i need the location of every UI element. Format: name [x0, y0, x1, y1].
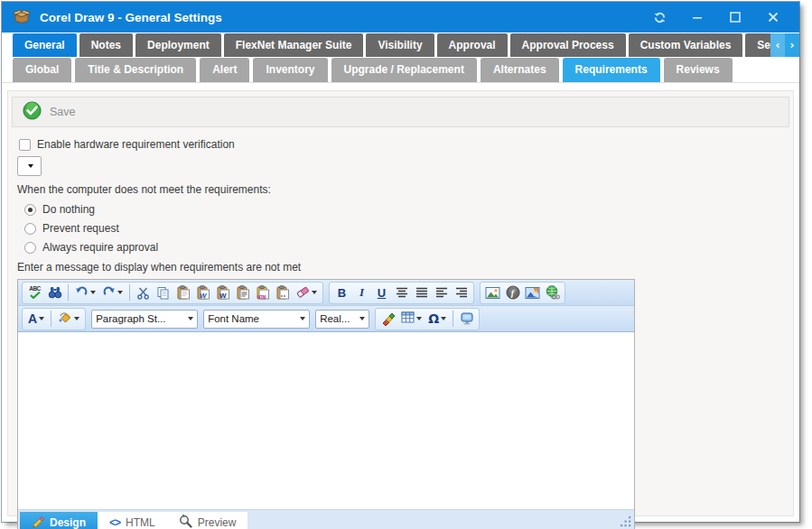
html-code-icon: <> — [109, 516, 120, 529]
tab-title-description[interactable]: Title & Description — [75, 58, 196, 82]
chevron-down-icon — [74, 317, 79, 320]
chevron-down-icon — [359, 317, 365, 320]
paste-icon[interactable] — [173, 283, 192, 302]
tab-html[interactable]: <> HTML — [98, 512, 167, 529]
requirements-panel: Save Enable hardware requirement verific… — [7, 90, 794, 516]
redo-icon — [102, 284, 116, 301]
tab-inventory[interactable]: Inventory — [253, 58, 327, 82]
insert-symbol-icon: Ω — [428, 311, 439, 326]
radio-do-nothing[interactable]: Do nothing — [24, 203, 789, 216]
redo-button[interactable] — [99, 283, 126, 302]
hardware-verification-checkbox[interactable] — [19, 139, 31, 151]
radio-prevent-request[interactable]: Prevent request — [24, 222, 789, 235]
separator — [129, 284, 130, 301]
editor-content-area[interactable] — [18, 332, 634, 510]
close-icon[interactable] — [765, 9, 781, 25]
undo-button[interactable] — [72, 283, 98, 302]
insert-media-icon[interactable] — [457, 310, 476, 329]
tab-approval-process[interactable]: Approval Process — [510, 33, 626, 57]
radio-button-icon — [24, 204, 36, 216]
save-label: Save — [50, 106, 76, 118]
hardware-verification-label: Enable hardware requirement verification — [37, 138, 235, 151]
tab-reviews[interactable]: Reviews — [664, 58, 733, 82]
requirements-question-label: When the computer does not meet the requ… — [17, 183, 789, 196]
tab-alternates[interactable]: Alternates — [481, 58, 559, 82]
hyperlink-icon[interactable] — [543, 283, 562, 302]
cut-icon[interactable] — [134, 283, 153, 302]
chevron-down-icon — [28, 164, 33, 168]
resize-grip[interactable] — [620, 515, 631, 529]
font-name-select[interactable]: Font Name — [203, 310, 310, 329]
rich-text-editor: ABC — [17, 279, 635, 529]
paste-html-icon[interactable]: HTM — [253, 283, 272, 302]
tab-deployment[interactable]: Deployment — [135, 33, 221, 57]
tab-design[interactable]: Design — [20, 512, 98, 529]
italic-icon[interactable]: I — [352, 283, 371, 302]
tab-scroll-right-icon[interactable]: › — [785, 33, 799, 57]
insert-image-icon[interactable] — [483, 283, 502, 302]
tab-flexnet-manager-suite[interactable]: FlexNet Manager Suite — [224, 33, 364, 57]
paste-special-icon[interactable] — [273, 283, 292, 302]
paragraph-style-select[interactable]: Paragraph St... — [91, 310, 198, 329]
message-instruction-label: Enter a message to display when requirem… — [17, 261, 789, 274]
tab-scroll-left-icon[interactable]: ‹ — [770, 33, 785, 57]
insert-table-icon — [401, 311, 415, 326]
insert-snippet-icon[interactable] — [378, 310, 397, 329]
tab-alert[interactable]: Alert — [200, 58, 249, 82]
copy-icon[interactable] — [154, 283, 173, 302]
format-eraser-button[interactable] — [293, 283, 320, 302]
image-manager-icon[interactable] — [523, 283, 542, 302]
bold-icon[interactable]: B — [332, 283, 351, 302]
paste-from-word-clean-icon[interactable]: W — [213, 283, 232, 302]
radio-prevent-request-label: Prevent request — [42, 222, 119, 235]
minimize-icon[interactable] — [689, 9, 705, 25]
primary-tab-strip: General Notes Deployment FlexNet Manager… — [2, 32, 799, 57]
tab-custom-variables[interactable]: Custom Variables — [629, 33, 743, 57]
highlight-color-button[interactable] — [55, 310, 82, 329]
app-package-icon — [13, 8, 31, 27]
justify-icon[interactable] — [412, 283, 431, 302]
design-pencil-icon — [32, 515, 44, 529]
chevron-down-icon — [300, 317, 305, 320]
find-icon[interactable] — [45, 283, 64, 302]
format-eraser-icon — [295, 284, 310, 302]
font-size-select[interactable]: Real... — [315, 310, 369, 329]
save-check-icon — [22, 100, 42, 124]
tab-scroll-buttons: ‹ › — [770, 33, 799, 57]
chevron-down-icon — [312, 291, 317, 294]
underline-icon[interactable]: U — [372, 283, 391, 302]
toolbar-group-edit: ABC — [22, 282, 323, 304]
separator — [453, 311, 453, 327]
align-right-icon[interactable] — [452, 283, 471, 302]
tab-approval[interactable]: Approval — [437, 33, 508, 57]
paste-plain-text-icon[interactable] — [233, 283, 252, 302]
requirement-dropdown[interactable] — [17, 156, 42, 176]
secondary-tab-strip: Global Title & Description Alert Invento… — [2, 57, 799, 83]
insert-table-button[interactable] — [398, 310, 425, 329]
chevron-down-icon — [90, 291, 96, 294]
font-color-button[interactable]: A — [25, 310, 47, 329]
radio-always-require-approval[interactable]: Always require approval — [24, 241, 789, 254]
maximize-icon[interactable] — [727, 9, 743, 25]
undo-icon — [75, 284, 89, 301]
insert-flash-icon[interactable]: f — [503, 283, 522, 302]
align-center-icon[interactable] — [392, 283, 411, 302]
tab-requirements[interactable]: Requirements — [563, 58, 660, 82]
align-left-icon[interactable] — [432, 283, 451, 302]
tab-global[interactable]: Global — [13, 58, 71, 82]
refresh-icon[interactable] — [651, 9, 667, 25]
tab-visibility[interactable]: Visibility — [366, 33, 434, 57]
tab-general[interactable]: General — [13, 33, 77, 57]
editor-toolbar-row2: A Paragraph St... Font Name — [18, 306, 634, 332]
toolbar-group-format: B I U — [329, 282, 474, 304]
tab-notes[interactable]: Notes — [79, 33, 133, 57]
settings-dialog: Corel Draw 9 - General Settings General … — [2, 2, 799, 522]
tab-preview[interactable]: Preview — [167, 512, 248, 529]
editor-toolbar-row1: ABC — [18, 280, 634, 306]
tab-upgrade-replacement[interactable]: Upgrade / Replacement — [331, 58, 477, 82]
insert-symbol-button[interactable]: Ω — [425, 310, 449, 329]
save-button[interactable]: Save — [12, 97, 789, 127]
paste-from-word-icon[interactable]: W — [193, 283, 212, 302]
spellcheck-icon[interactable]: ABC — [25, 283, 44, 302]
radio-button-icon — [24, 242, 36, 254]
